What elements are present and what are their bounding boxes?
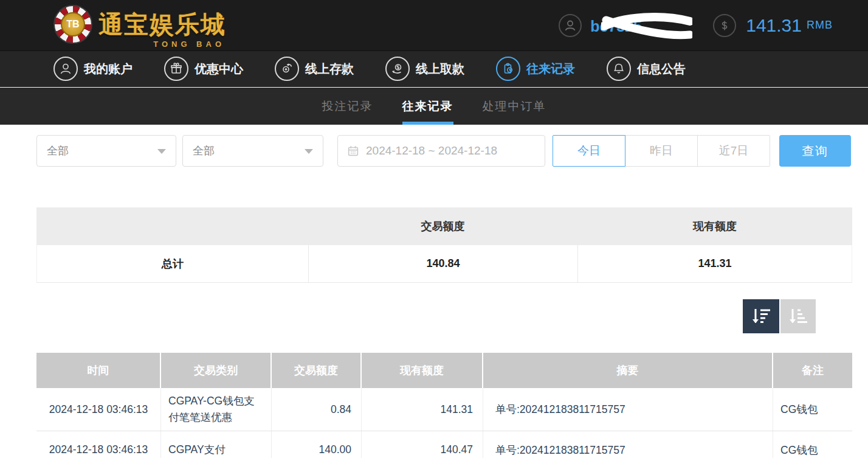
cell-amount: 140.00: [272, 431, 362, 458]
summary-header-balance: 现有额度: [577, 207, 852, 245]
quick-date-buttons: 今日 昨日 近7日: [553, 135, 770, 167]
nav-label: 往来记录: [526, 61, 575, 77]
summary-balance-total: 141.31: [577, 245, 852, 283]
nav-item-withdraw[interactable]: 线上取款: [385, 57, 464, 81]
type-dropdown[interactable]: 全部: [36, 135, 176, 167]
table-row: 2024-12-18 03:46:13 CGPAY支付 140.00 140.4…: [36, 431, 852, 458]
table-row: 2024-12-18 03:46:13 CGPAY-CG钱包支付笔笔送优惠 0.…: [36, 388, 852, 431]
dollar-coin-icon: [713, 14, 736, 37]
summary-total-label: 总计: [36, 245, 308, 283]
cell-balance: 141.31: [362, 388, 483, 431]
poker-chip-icon: TB: [53, 5, 92, 44]
cell-summary: 单号:202412183811715757: [483, 388, 773, 431]
withdraw-icon: [385, 57, 410, 81]
col-header-amount: 交易额度: [272, 353, 362, 388]
user-avatar-icon[interactable]: [559, 14, 582, 37]
user-icon: [53, 57, 78, 81]
topbar-right: bc7325 141.31 RMB: [559, 0, 833, 50]
balance-display[interactable]: 141.31 RMB: [713, 14, 833, 37]
top-header-bar: TB 通宝娱乐城 TONG BAO bc7325: [0, 0, 868, 50]
nav-item-deposit[interactable]: 线上存款: [275, 57, 354, 81]
summary-header-transaction: 交易额度: [308, 207, 577, 245]
cell-type: CGPAY支付: [161, 431, 272, 458]
redaction-scribble: [601, 12, 692, 41]
cell-summary: 单号:202412183811715757: [483, 431, 773, 458]
summary-transaction-total: 140.84: [308, 245, 577, 283]
nav-item-records[interactable]: 往来记录: [496, 57, 575, 81]
cell-time: 2024-12-18 03:46:13: [36, 431, 161, 458]
sort-descending-icon: [750, 307, 772, 326]
category-dropdown[interactable]: 全部: [182, 135, 323, 167]
date-range-input[interactable]: 2024-12-18 ~ 2024-12-18: [337, 135, 545, 167]
bell-icon: [607, 57, 631, 81]
last-7-days-button[interactable]: 近7日: [698, 135, 770, 167]
nav-label: 我的账户: [84, 61, 133, 77]
username-redacted[interactable]: bc7325: [590, 12, 681, 40]
nav-label: 线上取款: [416, 61, 464, 77]
balance-currency: RMB: [807, 19, 833, 32]
table-header-row: 时间 交易类别 交易额度 现有额度 摘要 备注: [36, 353, 852, 388]
chip-tb-monogram: TB: [61, 12, 85, 36]
transactions-table: 时间 交易类别 交易额度 现有额度 摘要 备注 2024-12-18 03:46…: [36, 353, 852, 458]
cell-amount: 0.84: [272, 388, 362, 431]
content-area: 全部 全部 2024-12-18 ~ 2024-12-18 今日 昨日 近7日: [0, 125, 868, 458]
date-range-value: 2024-12-18 ~ 2024-12-18: [366, 144, 497, 158]
logo-subtitle: TONG BAO: [153, 40, 225, 49]
nav-item-announcements[interactable]: 信息公告: [607, 57, 686, 81]
summary-total-row: 总计 140.84 141.31: [36, 245, 852, 283]
sort-controls: [743, 299, 816, 333]
sort-descending-button[interactable]: [743, 299, 779, 333]
summary-table: 交易额度 现有额度 总计 140.84 141.31: [36, 207, 852, 283]
cell-time: 2024-12-18 03:46:13: [36, 388, 161, 431]
nav-label: 线上存款: [305, 61, 354, 77]
records-icon: [496, 57, 520, 81]
record-tabs: 投注记录 往来记录 处理中订单: [0, 88, 868, 125]
gift-icon: [164, 57, 188, 81]
col-header-time: 时间: [36, 353, 161, 388]
cell-type: CGPAY-CG钱包支付笔笔送优惠: [161, 388, 272, 431]
cell-note: CG钱包: [773, 388, 852, 431]
type-dropdown-value: 全部: [47, 144, 69, 158]
logo-title: 通宝娱乐城: [98, 8, 226, 41]
cell-balance: 140.47: [362, 431, 483, 458]
calendar-icon: [346, 144, 360, 158]
nav-item-promotions[interactable]: 优惠中心: [164, 57, 243, 81]
nav-item-my-account[interactable]: 我的账户: [53, 57, 133, 81]
col-header-note: 备注: [773, 353, 852, 388]
chevron-down-icon: [157, 149, 166, 154]
site-logo[interactable]: TB 通宝娱乐城 TONG BAO: [53, 5, 226, 44]
col-header-balance: 现有额度: [362, 353, 483, 388]
summary-header-empty: [36, 207, 308, 245]
page: TB 通宝娱乐城 TONG BAO bc7325: [0, 0, 868, 458]
nav-label: 信息公告: [637, 61, 686, 77]
filter-bar: 全部 全部 2024-12-18 ~ 2024-12-18 今日 昨日 近7日: [36, 135, 852, 167]
yesterday-button[interactable]: 昨日: [625, 135, 698, 167]
chevron-down-icon: [305, 149, 313, 154]
today-button[interactable]: 今日: [553, 135, 625, 167]
logo-text: 通宝娱乐城 TONG BAO: [98, 8, 226, 41]
main-navigation: 我的账户 优惠中心 线上存款 线上取款 往来记录: [0, 50, 868, 87]
search-button[interactable]: 查询: [779, 135, 851, 167]
balance-amount: 141.31: [746, 15, 802, 36]
col-header-summary: 摘要: [483, 353, 773, 388]
tab-transaction-records[interactable]: 往来记录: [402, 88, 453, 125]
deposit-icon: [275, 57, 299, 81]
tab-processing-orders[interactable]: 处理中订单: [483, 88, 546, 125]
sort-ascending-icon: [787, 307, 809, 326]
category-dropdown-value: 全部: [193, 144, 215, 158]
tab-betting-records[interactable]: 投注记录: [322, 88, 373, 125]
nav-label: 优惠中心: [195, 61, 243, 77]
col-header-type: 交易类别: [161, 353, 272, 388]
cell-note: CG钱包: [773, 431, 852, 458]
summary-header-row: 交易额度 现有额度: [36, 207, 852, 245]
sort-ascending-button[interactable]: [780, 299, 816, 333]
